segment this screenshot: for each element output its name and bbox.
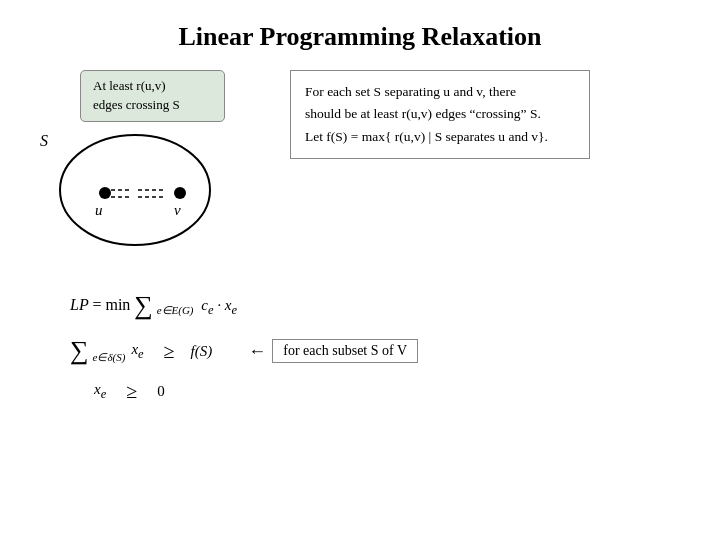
svg-point-0	[60, 135, 210, 245]
callout-line1: At least r(u,v)	[93, 78, 166, 93]
s-label: S	[40, 132, 48, 150]
xe-formula: xe	[94, 381, 106, 402]
info-line3: Let f(S) = max{ r(u,v) | S separates u a…	[305, 129, 548, 144]
zero-value: 0	[157, 383, 165, 400]
svg-text:u: u	[95, 202, 103, 218]
diagram-area: At least r(u,v) edges crossing S S u v	[30, 70, 290, 270]
circle-diagram: u v	[50, 125, 270, 255]
callout-box: At least r(u,v) edges crossing S	[80, 70, 225, 122]
page-title: Linear Programming Relaxation	[0, 0, 720, 52]
fS-value: f(S)	[191, 343, 213, 360]
callout-line2: edges crossing S	[93, 97, 180, 112]
formulas-block: LP = min ∑ e∈E(G) ce · xe ∑ e∈δ(S) xe ≥ …	[0, 288, 720, 403]
geq-symbol-2: ≥	[126, 380, 137, 403]
left-arrow-icon: ←	[248, 341, 266, 362]
annotation-box: for each subset S of V	[272, 339, 418, 363]
geq-symbol-1: ≥	[164, 340, 175, 363]
svg-text:v: v	[174, 202, 181, 218]
info-box: For each set S separating u and v, there…	[290, 70, 590, 159]
constraint-sum: ∑ e∈δ(S) xe	[70, 338, 144, 364]
svg-point-3	[174, 187, 186, 199]
info-line1: For each set S separating u and v, there	[305, 84, 516, 99]
lp-formula: LP = min ∑ e∈E(G) ce · xe	[70, 288, 237, 324]
info-line2: should be at least r(u,v) edges “crossin…	[305, 106, 541, 121]
svg-point-1	[99, 187, 111, 199]
annotation-arrow: ← for each subset S of V	[248, 339, 418, 363]
